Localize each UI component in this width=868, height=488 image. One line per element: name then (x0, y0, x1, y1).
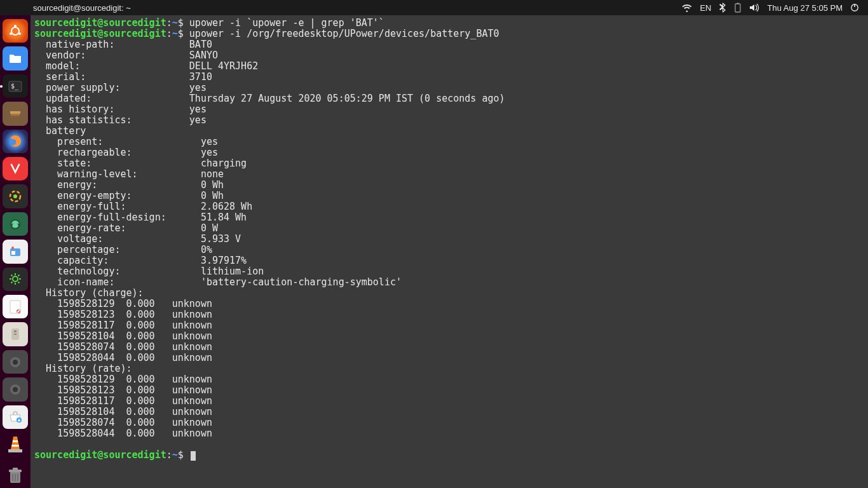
dock-item-app2[interactable] (3, 240, 28, 263)
dock-item-app1[interactable] (3, 184, 28, 208)
svg-rect-34 (8, 449, 22, 452)
dock-item-nautilus[interactable] (3, 102, 28, 125)
dock-item-vlc[interactable] (3, 433, 28, 456)
dock-item-screenshot[interactable] (3, 212, 28, 236)
svg-rect-11 (11, 114, 20, 116)
dock: $_ (0, 15, 31, 488)
dock-item-vivaldi[interactable] (3, 157, 28, 180)
wifi-icon[interactable] (678, 3, 696, 12)
svg-point-28 (13, 360, 18, 365)
svg-rect-19 (11, 251, 15, 255)
battery-icon[interactable] (730, 3, 745, 13)
svg-point-5 (14, 25, 17, 27)
bluetooth-icon[interactable] (715, 3, 730, 13)
svg-rect-1 (737, 3, 739, 4)
dock-item-software[interactable] (3, 405, 28, 429)
top-panel: sourcedigit@sourcedigit: ~ EN Thu Aug 27… (0, 0, 868, 15)
svg-point-7 (18, 32, 21, 35)
lang-indicator[interactable]: EN (696, 3, 715, 13)
svg-rect-37 (13, 468, 18, 470)
dock-item-terminal[interactable]: $_ (3, 74, 28, 98)
svg-rect-26 (14, 334, 17, 335)
svg-point-15 (13, 194, 17, 198)
dock-item-notes[interactable] (3, 295, 28, 318)
svg-rect-12 (11, 116, 19, 118)
dock-item-settings[interactable] (3, 268, 28, 291)
dock-item-trash[interactable] (3, 464, 28, 488)
clock-label: Thu Aug 27 5:05 PM (767, 3, 843, 13)
volume-icon[interactable] (745, 3, 763, 12)
dock-item-firefox[interactable] (3, 130, 28, 153)
svg-rect-25 (14, 330, 17, 332)
power-icon[interactable] (846, 3, 863, 12)
svg-point-4 (11, 27, 19, 35)
lang-label: EN (700, 3, 711, 13)
window-title: sourcedigit@sourcedigit: ~ (33, 3, 131, 13)
cursor (191, 451, 196, 461)
dock-item-app4[interactable] (3, 377, 28, 401)
svg-point-30 (13, 387, 18, 392)
dock-item-app3[interactable] (3, 350, 28, 374)
dock-item-archive[interactable] (3, 322, 28, 346)
svg-point-20 (13, 276, 18, 281)
svg-point-18 (11, 247, 14, 249)
svg-point-6 (10, 32, 12, 35)
svg-rect-10 (10, 111, 20, 114)
svg-rect-32 (13, 440, 18, 442)
svg-rect-33 (12, 445, 19, 447)
dock-item-files[interactable] (3, 46, 28, 70)
dock-item-ubuntu[interactable] (3, 19, 28, 43)
terminal-content[interactable]: sourcedigit@sourcedigit:~$ upower -i `up… (31, 15, 868, 488)
clock[interactable]: Thu Aug 27 5:05 PM (763, 3, 846, 13)
svg-text:$_: $_ (11, 83, 19, 90)
svg-rect-0 (735, 4, 740, 12)
